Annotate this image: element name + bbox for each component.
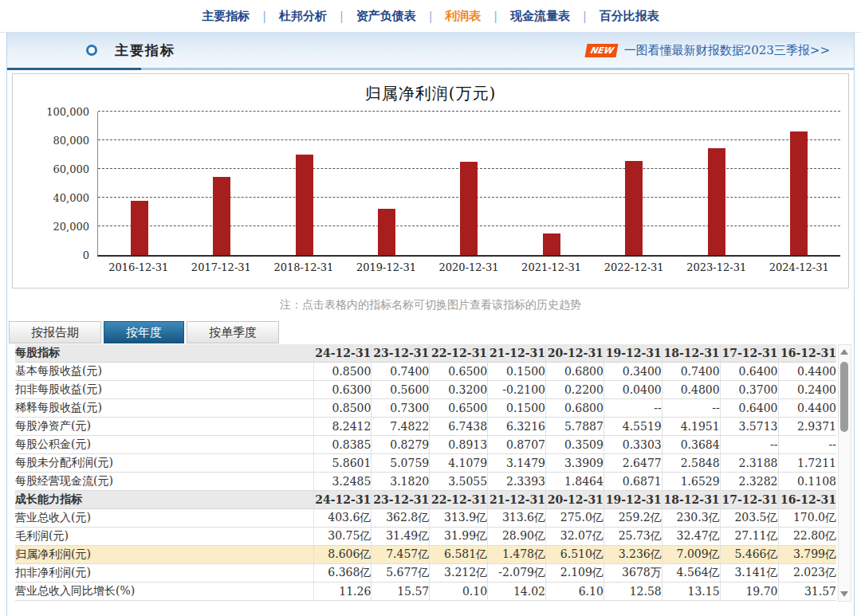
scrollbar-thumb[interactable] — [840, 362, 848, 432]
bar-slot — [428, 112, 510, 255]
bar[interactable] — [378, 209, 395, 255]
nav-separator: | — [429, 10, 433, 22]
y-tick-label: 60,000 — [53, 163, 90, 175]
value-cell: 4.564亿 — [662, 564, 720, 583]
value-cell: 11.26 — [313, 583, 372, 601]
value-cell: 0.7300 — [372, 399, 430, 418]
indicator-label[interactable]: 归属净利润(元) — [15, 546, 313, 564]
plot-area — [97, 112, 840, 257]
value-cell: 7.4822 — [372, 418, 430, 436]
nav-link-cash-flow[interactable]: 现金流量表 — [510, 9, 570, 24]
bar[interactable] — [131, 201, 148, 255]
scrollbar-up-icon[interactable] — [840, 349, 848, 355]
date-header-cell: 18-12-31 — [662, 491, 720, 509]
value-cell: 0.7400 — [372, 363, 430, 381]
indicator-label[interactable]: 每股公积金(元) — [15, 436, 313, 454]
table-row: 每股净资产(元)8.24127.48226.74386.32165.78874.… — [15, 418, 836, 436]
x-tick-label: 2018-12-31 — [262, 261, 345, 273]
date-header-cell: 17-12-31 — [720, 491, 778, 509]
value-cell: 3.1820 — [372, 473, 430, 491]
indicator-label[interactable]: 每股未分配利润(元) — [15, 454, 313, 473]
value-cell: 1.6529 — [662, 473, 720, 491]
nav-link-income-statement[interactable]: 利润表 — [445, 9, 481, 24]
indicator-label[interactable]: 毛利润(元) — [15, 528, 313, 546]
indicator-label[interactable]: 营业总收入(元) — [15, 509, 313, 528]
value-cell: 0.10 — [430, 583, 488, 601]
table-row: 毛利润(元)30.75亿31.49亿31.99亿28.90亿32.07亿25.7… — [15, 528, 836, 546]
value-cell: 5.677亿 — [372, 564, 430, 583]
value-cell: 7.009亿 — [662, 546, 720, 564]
value-cell: -- — [720, 436, 778, 454]
value-cell: 3.212亿 — [430, 564, 488, 583]
date-header-cell: 20-12-31 — [546, 344, 604, 363]
value-cell: 0.6300 — [313, 381, 372, 399]
indicator-label[interactable]: 基本每股收益(元) — [15, 363, 313, 381]
table-row: 扣非每股收益(元)0.63000.56000.3200-0.21000.2200… — [15, 381, 836, 399]
x-tick-label: 2021-12-31 — [510, 261, 593, 273]
value-cell: 275.0亿 — [546, 509, 604, 528]
date-header-cell: 24-12-31 — [313, 344, 372, 363]
value-cell: 4.1079 — [430, 454, 488, 473]
date-header-cell: 19-12-31 — [603, 344, 662, 363]
date-header-cell: 21-12-31 — [488, 344, 546, 363]
bar[interactable] — [213, 177, 230, 255]
date-header-cell: 21-12-31 — [488, 491, 546, 509]
promo-link[interactable]: 一图看懂最新财报数据2023三季报>> — [624, 43, 830, 58]
table-scrollbar[interactable] — [838, 344, 851, 602]
value-cell: 30.75亿 — [313, 528, 372, 546]
value-cell: 5.8601 — [313, 454, 372, 473]
value-cell: 6.368亿 — [313, 564, 372, 583]
value-cell: 4.1951 — [662, 418, 720, 436]
indicator-label[interactable]: 每股经营现金流(元) — [15, 473, 313, 491]
value-cell: 0.6800 — [546, 363, 604, 381]
table-row: 归属净利润(元)8.606亿7.457亿6.581亿1.478亿6.510亿3.… — [15, 546, 836, 564]
promo-area: NEW 一图看懂最新财报数据2023三季报>> — [586, 43, 830, 58]
value-cell: 1.478亿 — [488, 546, 546, 564]
bar-slot — [675, 112, 757, 255]
value-cell: 0.8707 — [488, 436, 546, 454]
value-cell: 0.3400 — [603, 363, 662, 381]
indicator-label[interactable]: 扣非净利润(元) — [15, 564, 313, 583]
value-cell: 31.49亿 — [372, 528, 430, 546]
value-cell: 19.70 — [720, 583, 778, 601]
tab-by-year[interactable]: 按年度 — [104, 321, 184, 343]
value-cell: 13.15 — [662, 583, 720, 601]
value-cell: 0.6500 — [430, 399, 488, 418]
nav-link-main-indicators[interactable]: 主要指标 — [202, 9, 250, 24]
indicator-label[interactable]: 扣非每股收益(元) — [15, 381, 313, 399]
bar[interactable] — [460, 162, 478, 255]
value-cell: 0.8279 — [372, 436, 430, 454]
bar[interactable] — [625, 161, 643, 255]
y-tick-label: 0 — [83, 249, 89, 261]
tab-by-single-quarter[interactable]: 按单季度 — [187, 321, 279, 343]
tab-by-report-period[interactable]: 按报告期 — [9, 321, 101, 343]
value-cell: 6.7438 — [430, 418, 488, 436]
nav-link-dupont-analysis[interactable]: 杜邦分析 — [279, 9, 327, 24]
indicator-label[interactable]: 稀释每股收益(元) — [15, 399, 313, 418]
bar[interactable] — [790, 131, 808, 255]
value-cell: 0.6400 — [720, 363, 778, 381]
table-note: 注：点击表格内的指标名称可切换图片查看该指标的历史趋势 — [7, 298, 854, 314]
bar[interactable] — [708, 148, 725, 255]
value-cell: 230.3亿 — [662, 509, 720, 528]
bar-slot — [758, 112, 840, 255]
section-underline — [7, 68, 854, 70]
indicator-label[interactable]: 每股净资产(元) — [15, 418, 313, 436]
value-cell: 362.8亿 — [372, 509, 430, 528]
value-cell: 2.109亿 — [546, 564, 604, 583]
nav-link-balance-sheet[interactable]: 资产负债表 — [356, 9, 416, 24]
indicator-label[interactable]: 营业总收入同比增长(%) — [15, 583, 313, 601]
value-cell: 1.8464 — [546, 473, 604, 491]
date-header-cell: 17-12-31 — [720, 344, 778, 363]
nav-link-percentage-report[interactable]: 百分比报表 — [600, 9, 659, 24]
bar[interactable] — [296, 155, 313, 255]
value-cell: 3.1479 — [488, 454, 546, 473]
value-cell: 6.510亿 — [546, 546, 604, 564]
top-nav: 主要指标|杜邦分析|资产负债表|利润表|现金流量表|百分比报表 — [0, 0, 861, 33]
y-tick-label: 40,000 — [53, 192, 90, 204]
scrollbar-down-icon[interactable] — [840, 591, 848, 597]
value-cell: 0.7400 — [662, 363, 720, 381]
bar[interactable] — [543, 233, 560, 255]
content-panel: 主要指标 NEW 一图看懂最新财报数据2023三季报>> 归属净利润(万元) 0… — [6, 33, 855, 616]
value-cell: 2.5848 — [662, 454, 720, 473]
